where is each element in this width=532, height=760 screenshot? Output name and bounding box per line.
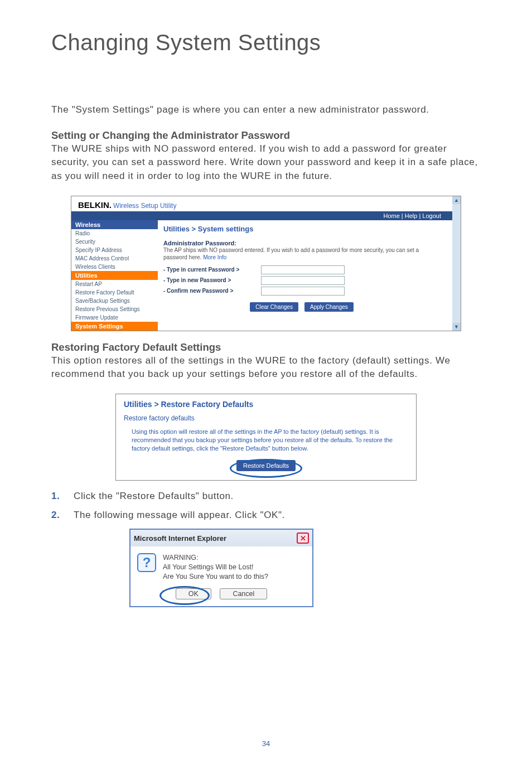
nav-category-utilities[interactable]: Utilities [71, 271, 158, 280]
dialog-message: WARNING: All Your Settings Will be Lost!… [163, 553, 268, 582]
annotation-oval-ok [159, 586, 210, 605]
label-new-password: - Type in new Password > [163, 277, 261, 283]
dialog-title: Microsoft Internet Explorer [134, 534, 226, 543]
scroll-down-icon[interactable]: ▼ [452, 323, 461, 331]
restore-subheading: Restore factory defaults [124, 414, 408, 422]
nav-restore-factory[interactable]: Restore Factory Default [71, 288, 158, 297]
nav-specify-ip[interactable]: Specify IP Address [71, 246, 158, 254]
apply-changes-button[interactable]: Apply Changes [304, 302, 354, 312]
nav-system-settings[interactable]: System Settings [71, 322, 158, 331]
nav-restore-previous[interactable]: Restore Previous Settings [71, 305, 158, 313]
breadcrumb: Utilities > System settings [163, 225, 440, 233]
page-number: 34 [0, 739, 532, 748]
brand-logo: BELKIN. [78, 200, 112, 210]
screenshot-system-settings: ▲ BELKIN. Wireless Setup Utility Home | … [71, 196, 461, 331]
nav-firmware-update[interactable]: Firmware Update [71, 313, 158, 322]
nav-restart-ap[interactable]: Restart AP [71, 280, 158, 288]
intro-paragraph: The "System Settings" page is where you … [51, 103, 481, 117]
more-info-link[interactable]: More Info [203, 254, 226, 260]
screenshot-warning-dialog: Microsoft Internet Explorer ✕ ? WARNING:… [129, 529, 313, 607]
scroll-up-icon[interactable]: ▲ [452, 196, 461, 204]
step-number-1: 1. [51, 491, 74, 502]
input-current-password[interactable] [261, 265, 345, 274]
top-nav-links[interactable]: Home | Help | Logout [71, 211, 452, 220]
section2-body: This option restores all of the settings… [51, 354, 481, 381]
section1-body: The WURE ships with NO password entered.… [51, 142, 481, 183]
label-current-password: - Type in current Password > [163, 267, 261, 273]
nav-category-wireless[interactable]: Wireless [71, 220, 158, 229]
label-confirm-password: - Confirm new Password > [163, 288, 261, 294]
input-new-password[interactable] [261, 276, 345, 285]
step-text-2: The following message will appear. Click… [74, 510, 285, 521]
nav-wireless-clients[interactable]: Wireless Clients [71, 263, 158, 271]
admin-password-desc: The AP ships with NO password entered. I… [163, 246, 440, 261]
brand-subtitle: Wireless Setup Utility [113, 202, 176, 210]
cancel-button[interactable]: Cancel [220, 588, 267, 599]
sidebar-nav: Wireless Radio Security Specify IP Addre… [71, 220, 158, 331]
breadcrumb-restore: Utilities > Restore Factory Defaults [124, 400, 408, 409]
step-text-1: Click the "Restore Defaults" button. [74, 491, 234, 502]
input-confirm-password[interactable] [261, 287, 345, 296]
section1-heading: Setting or Changing the Administrator Pa… [51, 129, 481, 142]
nav-save-backup[interactable]: Save/Backup Settings [71, 297, 158, 305]
restore-description: Using this option will restore all of th… [132, 428, 404, 453]
nav-radio[interactable]: Radio [71, 229, 158, 238]
close-icon[interactable]: ✕ [297, 533, 309, 544]
nav-security[interactable]: Security [71, 238, 158, 246]
admin-password-heading: Administrator Password: [163, 240, 440, 246]
step-number-2: 2. [51, 510, 74, 521]
clear-changes-button[interactable]: Clear Changes [250, 302, 298, 312]
page-title: Changing System Settings [51, 30, 481, 55]
section2-heading: Restoring Factory Default Settings [51, 341, 481, 354]
question-icon: ? [137, 553, 156, 572]
nav-mac-control[interactable]: MAC Address Control [71, 254, 158, 263]
